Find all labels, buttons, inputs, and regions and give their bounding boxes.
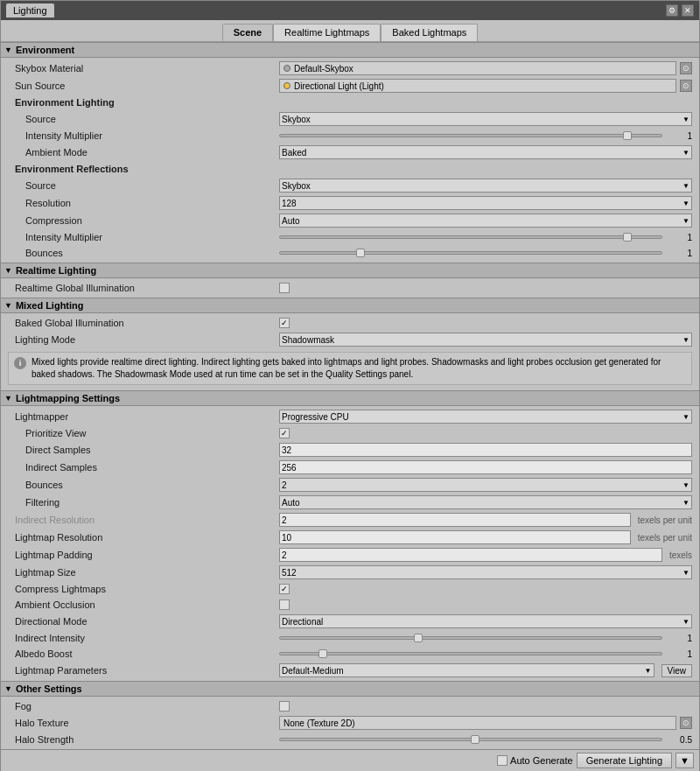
halo-texture-field[interactable]: None (Texture 2D): [279, 716, 676, 730]
skybox-material-label: Skybox Material: [8, 63, 279, 74]
env-lighting-source-dropdown[interactable]: Skybox ▼: [279, 112, 692, 126]
env-lighting-ambient-dropdown[interactable]: Baked ▼: [279, 145, 692, 159]
section-mixed[interactable]: ▼ Mixed Lighting: [1, 298, 699, 313]
env-refl-intensity-track[interactable]: [279, 235, 662, 239]
env-lighting-intensity-thumb[interactable]: [623, 131, 632, 140]
environment-content: Skybox Material Default-Skybox ⊙ Sun Sou…: [1, 58, 699, 263]
env-refl-bounces-thumb[interactable]: [356, 249, 365, 257]
lightmap-padding-row: Lightmap Padding 2 texels: [8, 546, 692, 564]
env-refl-intensity-slider-row: 1: [279, 233, 692, 242]
section-other[interactable]: ▼ Other Settings: [1, 681, 699, 697]
generate-lighting-button[interactable]: Generate Lighting: [577, 753, 672, 768]
direct-samples-input[interactable]: 32: [279, 443, 692, 457]
arrow-lightmapping: ▼: [4, 394, 12, 403]
indirect-samples-value: 256: [279, 460, 692, 474]
albedo-boost-number: 1: [666, 649, 692, 659]
albedo-boost-track[interactable]: [279, 652, 662, 655]
halo-strength-track[interactable]: [279, 738, 662, 741]
lightmap-params-dropdown[interactable]: Default-Medium ▼: [279, 663, 654, 677]
lightmap-padding-input[interactable]: 2: [279, 548, 662, 562]
indirect-intensity-thumb[interactable]: [414, 634, 423, 642]
lightmap-params-text: Default-Medium: [282, 666, 344, 676]
lightmapper-text: Progressive CPU: [282, 412, 349, 422]
lighting-mode-label: Lighting Mode: [8, 334, 279, 345]
filtering-row: Filtering Auto ▼: [8, 494, 692, 511]
albedo-boost-slider-row: 1: [279, 649, 692, 659]
indirect-res-input[interactable]: 2: [279, 513, 631, 527]
fog-row: Fog: [8, 698, 692, 714]
sun-pick-icon[interactable]: ⊙: [680, 80, 692, 92]
indirect-samples-text: 256: [282, 463, 297, 473]
lightmap-padding-label: Lightmap Padding: [8, 550, 279, 560]
settings-icon[interactable]: ⚙: [666, 4, 678, 17]
sun-source-field[interactable]: Directional Light (Light): [279, 79, 676, 93]
tab-realtime-lightmaps[interactable]: Realtime Lightmaps: [273, 24, 381, 41]
generate-lighting-dropdown[interactable]: ▼: [676, 753, 694, 768]
directional-mode-dropdown[interactable]: Directional ▼: [279, 614, 692, 628]
tab-scene[interactable]: Scene: [222, 24, 273, 41]
halo-strength-thumb[interactable]: [471, 735, 480, 744]
env-refl-source-label: Source: [8, 180, 279, 191]
mixed-content: Baked Global Illumination Lighting Mode …: [1, 313, 699, 390]
env-lighting-ambient-row: Ambient Mode Baked ▼: [8, 144, 692, 161]
indirect-samples-row: Indirect Samples 256: [8, 459, 692, 476]
lighting-mode-dropdown[interactable]: Shadowmask ▼: [279, 333, 692, 347]
lightmap-res-input[interactable]: 10: [279, 530, 631, 544]
skybox-material-value: Default-Skybox ⊙: [279, 61, 692, 75]
ambient-occlusion-value: [279, 599, 692, 610]
env-refl-resolution-text: 128: [282, 199, 297, 208]
realtime-gi-value: [279, 283, 692, 293]
env-refl-source-dropdown[interactable]: Skybox ▼: [279, 179, 692, 193]
env-lighting-header: Environment Lighting: [8, 97, 279, 108]
lightmap-size-dropdown[interactable]: 512 ▼: [279, 565, 692, 579]
bounces-dropdown[interactable]: 2 ▼: [279, 478, 692, 492]
indirect-intensity-track[interactable]: [279, 636, 662, 640]
lighting-mode-row: Lighting Mode Shadowmask ▼: [8, 331, 692, 348]
env-lighting-source-text: Skybox: [282, 115, 311, 124]
lightmap-params-row: Lightmap Parameters Default-Medium ▼ Vie…: [8, 662, 692, 679]
env-refl-bounces-track[interactable]: [279, 251, 662, 255]
prioritize-row: Prioritize View: [8, 425, 692, 441]
lightmap-padding-value: 2 texels: [279, 548, 692, 562]
title-bar: Lighting ⚙ ✕: [1, 1, 699, 20]
lightmapper-value: Progressive CPU ▼: [279, 410, 692, 424]
baked-gi-checkbox[interactable]: [279, 318, 290, 328]
tab-baked-lightmaps[interactable]: Baked Lightmaps: [381, 24, 478, 41]
ambient-occlusion-row: Ambient Occlusion: [8, 597, 692, 613]
halo-strength-value: 0.5: [279, 735, 692, 745]
prioritize-checkbox[interactable]: [279, 428, 290, 438]
skybox-material-field[interactable]: Default-Skybox: [279, 61, 676, 75]
lightmapper-arrow: ▼: [682, 413, 690, 421]
skybox-pick-icon[interactable]: ⊙: [680, 62, 692, 74]
env-lighting-intensity-number: 1: [666, 131, 692, 141]
env-refl-resolution-dropdown[interactable]: 128 ▼: [279, 196, 692, 210]
arrow-environment: ▼: [4, 46, 12, 54]
fog-checkbox[interactable]: [279, 701, 290, 711]
indirect-samples-input[interactable]: 256: [279, 460, 692, 474]
auto-generate-checkbox[interactable]: [497, 755, 508, 766]
halo-strength-label: Halo Strength: [8, 734, 279, 745]
indirect-intensity-label: Indirect Intensity: [8, 633, 279, 643]
section-realtime[interactable]: ▼ Realtime Lighting: [1, 263, 699, 278]
env-refl-compression-dropdown[interactable]: Auto ▼: [279, 214, 692, 228]
compress-checkbox[interactable]: [279, 584, 290, 594]
filtering-dropdown[interactable]: Auto ▼: [279, 495, 692, 509]
env-lighting-ambient-text: Baked: [282, 148, 306, 158]
realtime-gi-checkbox[interactable]: [279, 283, 290, 293]
lightmap-params-view-button[interactable]: View: [662, 664, 693, 677]
info-icon: i: [14, 357, 26, 369]
section-environment[interactable]: ▼ Environment: [1, 42, 699, 58]
ambient-occlusion-checkbox[interactable]: [279, 599, 290, 610]
env-refl-intensity-thumb[interactable]: [623, 233, 632, 242]
filtering-arrow: ▼: [682, 499, 690, 507]
halo-texture-pick-icon[interactable]: ⊙: [680, 717, 692, 729]
lightmap-size-text: 512: [282, 568, 297, 578]
albedo-boost-thumb[interactable]: [318, 649, 327, 658]
env-lighting-intensity-track[interactable]: [279, 134, 662, 137]
lighting-mode-value: Shadowmask ▼: [279, 333, 692, 347]
section-lightmapping[interactable]: ▼ Lightmapping Settings: [1, 390, 699, 406]
indirect-res-row: Indirect Resolution 2 texels per unit: [8, 511, 692, 529]
ambient-occlusion-label: Ambient Occlusion: [8, 599, 279, 610]
close-icon[interactable]: ✕: [682, 4, 694, 17]
lightmapper-dropdown[interactable]: Progressive CPU ▼: [279, 410, 692, 424]
